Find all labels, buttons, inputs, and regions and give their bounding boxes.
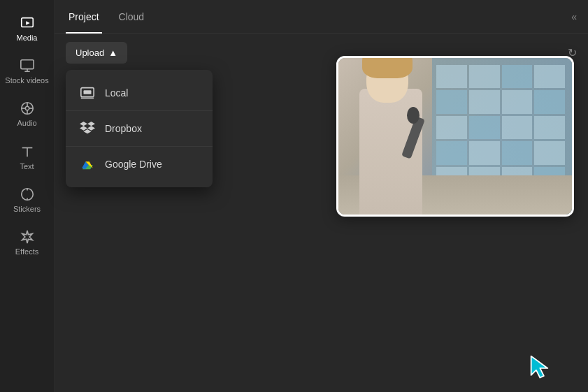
google-drive-icon bbox=[80, 157, 95, 172]
stickers-label: Stickers bbox=[13, 205, 41, 214]
upload-dropdown: Local Dropbox Google Drive bbox=[66, 70, 213, 187]
svg-marker-19 bbox=[531, 356, 548, 378]
svg-point-6 bbox=[25, 107, 29, 111]
sidebar-item-effects[interactable]: Effects bbox=[0, 221, 54, 263]
dropbox-icon bbox=[80, 121, 95, 136]
text-label: Text bbox=[20, 162, 34, 171]
audio-icon bbox=[20, 101, 35, 116]
svg-rect-17 bbox=[84, 90, 92, 94]
tab-project[interactable]: Project bbox=[66, 1, 102, 34]
stickers-icon bbox=[20, 187, 35, 202]
tabs-bar: Project Cloud « bbox=[55, 0, 588, 34]
svg-rect-2 bbox=[20, 60, 33, 69]
collapse-button[interactable]: « bbox=[571, 11, 577, 22]
sidebar-item-stickers[interactable]: Stickers bbox=[0, 178, 54, 221]
audio-label: Audio bbox=[17, 119, 36, 128]
dropdown-item-google-drive[interactable]: Google Drive bbox=[66, 146, 213, 182]
sidebar-item-audio[interactable]: Audio bbox=[0, 92, 54, 135]
text-icon bbox=[20, 144, 35, 159]
media-icon bbox=[20, 15, 35, 31]
dropdown-item-local[interactable]: Local bbox=[66, 75, 213, 110]
sidebar-item-text[interactable]: Text bbox=[0, 136, 54, 178]
sidebar-item-stock-videos[interactable]: Stock videos bbox=[0, 50, 54, 92]
stock-videos-icon bbox=[20, 58, 35, 73]
main-content: Project Cloud « Upload ▲ ↻ L bbox=[55, 0, 588, 392]
thumbnail-content bbox=[338, 58, 572, 215]
sidebar: Media Stock videos Audio Text bbox=[0, 0, 55, 392]
upload-button[interactable]: Upload ▲ bbox=[66, 42, 127, 64]
svg-marker-1 bbox=[26, 21, 30, 25]
sidebar-item-media[interactable]: Media bbox=[0, 7, 54, 50]
dropdown-item-dropbox[interactable]: Dropbox bbox=[66, 110, 213, 146]
local-icon bbox=[80, 85, 95, 101]
cursor-arrow-icon bbox=[529, 354, 557, 382]
effects-label: Effects bbox=[15, 247, 38, 256]
tab-cloud[interactable]: Cloud bbox=[116, 1, 148, 34]
media-thumbnail bbox=[336, 56, 574, 217]
stock-videos-label: Stock videos bbox=[5, 76, 48, 85]
media-label: Media bbox=[17, 34, 38, 43]
effects-icon bbox=[20, 229, 35, 245]
